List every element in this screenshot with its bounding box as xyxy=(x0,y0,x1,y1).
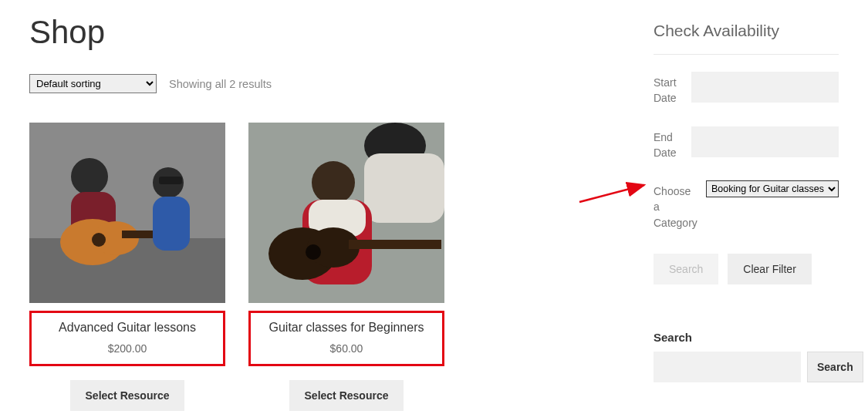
start-date-label: Start Date xyxy=(654,72,684,106)
product-title[interactable]: Advanced Guitar lessons xyxy=(35,321,220,335)
search-submit-button[interactable]: Search xyxy=(807,352,863,382)
check-availability-title: Check Availability xyxy=(654,22,839,40)
end-date-label: End Date xyxy=(654,126,684,161)
shop-toolbar: Default sorting Showing all 2 results xyxy=(29,74,630,93)
product-info-highlight: Guitar classes for Beginners $60.00 xyxy=(248,311,444,366)
svg-rect-9 xyxy=(153,197,190,251)
search-input[interactable] xyxy=(654,352,801,382)
availability-search-button[interactable]: Search xyxy=(654,254,718,284)
product-image[interactable] xyxy=(248,123,444,303)
search-widget-title: Search xyxy=(654,331,839,344)
svg-rect-10 xyxy=(159,177,182,184)
product-price: $60.00 xyxy=(254,342,439,355)
svg-rect-13 xyxy=(364,153,444,223)
product-price: $200.00 xyxy=(35,342,220,355)
product-info-highlight: Advanced Guitar lessons $200.00 xyxy=(29,311,225,366)
svg-rect-20 xyxy=(349,240,441,249)
product-card: Advanced Guitar lessons $200.00 Select R… xyxy=(29,123,225,411)
page-title: Shop xyxy=(29,14,630,51)
svg-point-2 xyxy=(71,158,108,195)
product-card: Guitar classes for Beginners $60.00 Sele… xyxy=(248,123,444,411)
select-resource-button[interactable]: Select Resource xyxy=(289,380,404,411)
category-label: Choose a Category xyxy=(654,180,698,231)
divider xyxy=(654,54,839,55)
clear-filter-button[interactable]: Clear Filter xyxy=(728,254,811,284)
product-image[interactable] xyxy=(29,123,225,303)
svg-point-14 xyxy=(312,161,355,204)
sorting-select[interactable]: Default sorting xyxy=(29,74,157,93)
end-date-input[interactable] xyxy=(691,126,839,157)
result-count: Showing all 2 results xyxy=(169,78,272,90)
category-select[interactable]: Booking for Guitar classes xyxy=(706,180,839,197)
select-resource-button[interactable]: Select Resource xyxy=(70,380,185,411)
svg-point-19 xyxy=(306,244,321,260)
svg-point-6 xyxy=(92,233,106,247)
start-date-input[interactable] xyxy=(691,72,839,103)
product-title[interactable]: Guitar classes for Beginners xyxy=(254,321,439,335)
